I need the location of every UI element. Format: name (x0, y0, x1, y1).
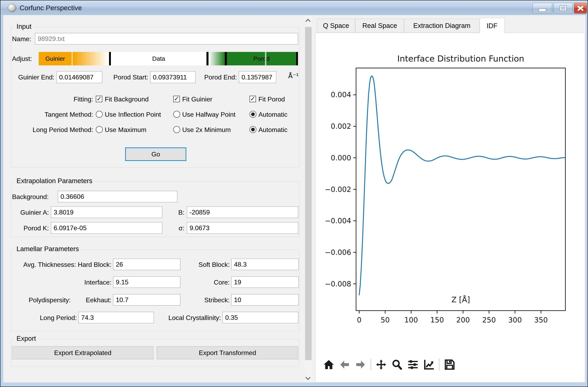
stribeck-input[interactable]: 10 (231, 294, 299, 306)
back-icon[interactable] (339, 359, 351, 370)
longperiod-automatic-label: Automatic (258, 126, 287, 134)
long-period-label: Long Period: (33, 312, 77, 324)
svg-text:300: 300 (508, 316, 522, 324)
interface-label: Interface: (79, 276, 111, 288)
save-icon[interactable] (443, 359, 455, 370)
tangent-method-label: Tangent Method: (29, 110, 93, 119)
porod-end-input[interactable]: 0.1357987 (239, 71, 276, 83)
minimize-button[interactable] (533, 3, 552, 13)
tab-q-space[interactable]: Q Space (317, 19, 355, 33)
tab-extraction-diagram[interactable]: Extraction Diagram (404, 19, 480, 33)
slider-guinier-region: Guinier (39, 52, 72, 65)
check-icon: ✓ (250, 96, 255, 102)
slider-divider-1[interactable] (109, 52, 111, 65)
slider-porod-gradient (209, 52, 225, 65)
local-crystallinity-input[interactable]: 0.35 (223, 312, 298, 323)
name-input[interactable]: 98929.txt (35, 33, 298, 44)
pan-icon[interactable] (375, 359, 387, 370)
maximize-button[interactable] (554, 3, 573, 13)
svg-text:0.002: 0.002 (331, 122, 351, 130)
porod-end-label: Porod End: (201, 71, 237, 83)
svg-text:100: 100 (404, 316, 418, 324)
slider-porod-handle[interactable] (265, 52, 266, 65)
fit-background-checkbox[interactable]: ✓ (96, 96, 102, 102)
hard-block-input[interactable]: 26 (113, 259, 180, 270)
tangent-automatic-label: Automatic (258, 110, 287, 119)
guinier-end-input[interactable]: 0.01469087 (57, 71, 102, 83)
porod-k-input[interactable]: 6.0917e-05 (51, 222, 162, 234)
svg-text:150: 150 (430, 316, 444, 324)
q-unit-label: Å⁻¹ (288, 70, 299, 82)
svg-text:50: 50 (380, 316, 390, 324)
axes-adjust-icon[interactable] (423, 359, 435, 370)
slider-divider-4[interactable] (296, 52, 298, 65)
tab-idf[interactable]: IDF (480, 18, 504, 33)
hard-block-label: Avg. Thicknesses: Hard Block: (12, 259, 111, 270)
scroll-down-icon[interactable] (306, 375, 310, 379)
tab-real-space[interactable]: Real Space (355, 19, 404, 33)
slider-guinier-label: Guinier (39, 52, 72, 65)
scroll-up-icon[interactable] (306, 19, 310, 23)
guinier-a-input[interactable]: 3.8019 (51, 206, 162, 218)
slider-porod-label: Porod (227, 52, 296, 65)
core-input[interactable]: 19 (231, 276, 299, 288)
sliders-icon[interactable] (407, 359, 419, 370)
left-panel-scrollbar[interactable] (304, 16, 312, 382)
svg-text:250: 250 (482, 316, 496, 324)
porod-k-label: Porod K: (13, 222, 49, 234)
close-button[interactable] (574, 3, 587, 13)
long-period-input[interactable]: 74.3 (79, 312, 154, 323)
eekhaut-label: Eekhaut: (82, 294, 111, 306)
scrollbar-thumb[interactable] (305, 27, 312, 360)
porod-start-label: Porod Start: (108, 71, 148, 83)
check-icon: ✓ (96, 96, 102, 102)
export-extrapolated-button[interactable]: Export Extrapolated (12, 346, 153, 359)
porod-start-input[interactable]: 0.09373911 (150, 71, 196, 83)
longperiod-maximum-radio[interactable] (96, 126, 103, 133)
soft-block-label: Soft Block: (191, 259, 230, 270)
idf-chart[interactable]: 0501001502002503003500.0040.0020.000−0.0… (356, 68, 565, 311)
maximize-icon (560, 5, 567, 11)
polydispersity-label: Polydispersity: (21, 294, 71, 306)
tangent-halfway-radio[interactable] (173, 111, 180, 118)
long-period-method-label: Long Period Method: (12, 126, 93, 134)
go-button[interactable]: Go (125, 147, 186, 161)
chart-title: Interface Distribution Function (356, 54, 565, 63)
svg-text:0: 0 (357, 316, 361, 324)
soft-block-input[interactable]: 48.3 (231, 259, 299, 270)
svg-text:−0.008: −0.008 (325, 280, 351, 288)
window-title: Corfunc Perspective (20, 0, 82, 15)
fit-porod-checkbox[interactable]: ✓ (250, 96, 256, 102)
svg-text:−0.004: −0.004 (325, 217, 351, 225)
svg-text:0.000: 0.000 (331, 154, 351, 162)
zoom-icon[interactable] (391, 359, 403, 370)
forward-icon[interactable] (355, 359, 366, 370)
tangent-automatic-radio[interactable] (250, 111, 256, 118)
background-input[interactable]: 0.36606 (58, 191, 177, 202)
sigma-input[interactable]: 9.0673 (187, 222, 298, 234)
home-icon[interactable] (323, 359, 335, 370)
title-bar[interactable]: Corfunc Perspective (1, 0, 587, 15)
fit-guinier-label: Fit Guinier (182, 95, 212, 103)
slider-porod-region: Porod (227, 52, 296, 65)
longperiod-2xmin-radio[interactable] (173, 126, 180, 133)
tangent-halfway-label: Use Halfway Point (182, 110, 235, 119)
corfunc-window: Corfunc Perspective Input Name: 98929.tx… (0, 0, 588, 387)
export-transformed-button[interactable]: Export Transformed (157, 346, 298, 359)
b-input[interactable]: -20859 (187, 206, 298, 218)
local-crystallinity-label: Local Crystallinity: (158, 312, 221, 324)
chart-x-axis-label: Z [Å] (356, 295, 565, 304)
b-label: B: (164, 206, 185, 218)
tangent-inflection-radio[interactable] (96, 111, 103, 118)
interface-input[interactable]: 9.15 (113, 276, 180, 288)
longperiod-automatic-radio[interactable] (250, 126, 256, 133)
slider-divider-2[interactable] (207, 52, 209, 65)
adjust-range-slider[interactable]: Guinier Data Porod (39, 52, 298, 65)
check-icon: ✓ (174, 96, 179, 102)
svg-text:200: 200 (456, 316, 470, 324)
slider-divider-3[interactable] (225, 52, 227, 65)
fit-guinier-checkbox[interactable]: ✓ (173, 96, 180, 102)
longperiod-2xmin-label: Use 2x Minimum (182, 126, 231, 134)
eekhaut-input[interactable]: 10.7 (113, 294, 180, 306)
stribeck-label: Stribeck: (199, 294, 230, 306)
